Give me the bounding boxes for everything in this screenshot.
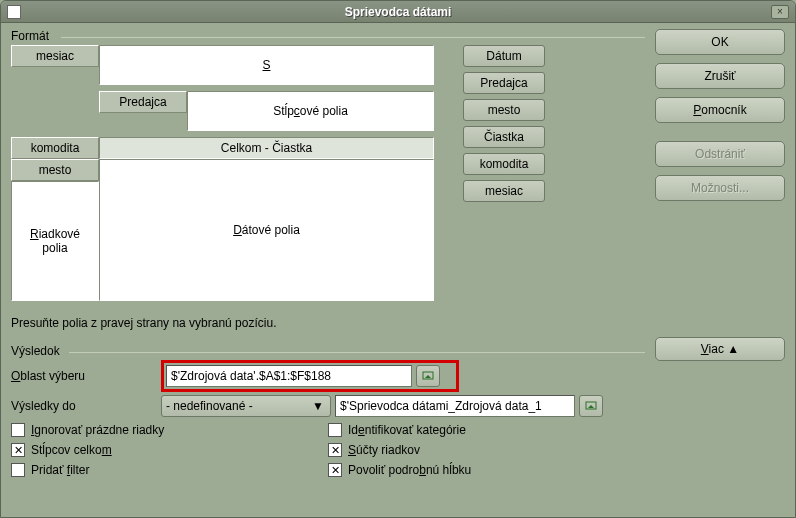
available-fields: Dátum Predajca mesto Čiastka komodita me… bbox=[463, 45, 545, 202]
checkbox-box bbox=[328, 423, 342, 437]
close-icon[interactable]: × bbox=[771, 5, 789, 19]
column-fields-drop[interactable]: Stĺpcové polia bbox=[187, 91, 434, 131]
check-right-2[interactable]: ✕Povoliť podrobnú hĺbku bbox=[328, 463, 645, 477]
results-to-input[interactable] bbox=[335, 395, 575, 417]
avail-field-mesto[interactable]: mesto bbox=[463, 99, 545, 121]
window-title: Sprievodca dátami bbox=[1, 5, 795, 19]
format-group: Formát mesiac S Predajca Stĺpcové polia … bbox=[11, 29, 645, 330]
drag-hint: Presuňte polia z pravej strany na vybran… bbox=[11, 316, 645, 330]
page-fields-drop[interactable]: S bbox=[99, 45, 434, 85]
result-legend: Výsledok bbox=[11, 344, 60, 358]
more-button[interactable]: Viac ▲ bbox=[655, 337, 785, 361]
check-right-1[interactable]: ✕Súčty riadkov bbox=[328, 443, 645, 457]
checkbox-label: Pridať filter bbox=[31, 463, 90, 477]
check-left-2[interactable]: Pridať filter bbox=[11, 463, 328, 477]
checkbox-box: ✕ bbox=[328, 463, 342, 477]
avail-field-datum[interactable]: Dátum bbox=[463, 45, 545, 67]
avail-field-komodita[interactable]: komodita bbox=[463, 153, 545, 175]
checkbox-label: Súčty riadkov bbox=[348, 443, 420, 457]
shrink-icon bbox=[584, 399, 598, 413]
titlebar: Sprievodca dátami × bbox=[1, 1, 795, 23]
results-to-combo-value: - nedefinované - bbox=[166, 399, 253, 413]
selection-area-highlight bbox=[161, 360, 459, 392]
row-fields-drop[interactable]: Riadkovépolia bbox=[11, 181, 99, 301]
result-group: Výsledok Oblast výberu Výsledky do bbox=[11, 344, 645, 477]
avail-field-ciastka[interactable]: Čiastka bbox=[463, 126, 545, 148]
help-button[interactable]: Pomocník bbox=[655, 97, 785, 123]
results-to-label: Výsledky do bbox=[11, 399, 161, 413]
options-button: Možnosti... bbox=[655, 175, 785, 201]
page-field-chip[interactable]: mesiac bbox=[11, 45, 99, 67]
checks-right-col: Identifikovať kategórie✕Súčty riadkov✕Po… bbox=[328, 423, 645, 477]
selection-area-input[interactable] bbox=[166, 365, 412, 387]
checkbox-box bbox=[11, 463, 25, 477]
shrink-results-button[interactable] bbox=[579, 395, 603, 417]
check-left-0[interactable]: Ignorovať prázdne riadky bbox=[11, 423, 328, 437]
checkbox-box: ✕ bbox=[11, 443, 25, 457]
check-right-0[interactable]: Identifikovať kategórie bbox=[328, 423, 645, 437]
checkbox-label: Povoliť podrobnú hĺbku bbox=[348, 463, 471, 477]
row-field-chip-1[interactable]: komodita bbox=[11, 137, 99, 159]
checkbox-label: Ignorovať prázdne riadky bbox=[31, 423, 164, 437]
column-field-chip[interactable]: Predajca bbox=[99, 91, 187, 113]
collapse-up-icon: ▲ bbox=[727, 342, 739, 356]
results-to-combo[interactable]: - nedefinované - ▼ bbox=[161, 395, 331, 417]
shrink-icon bbox=[421, 369, 435, 383]
format-legend: Formát bbox=[11, 29, 49, 43]
avail-field-mesiac[interactable]: mesiac bbox=[463, 180, 545, 202]
selection-area-label: Oblast výberu bbox=[11, 369, 161, 383]
check-left-1[interactable]: ✕Stĺpcov celkom bbox=[11, 443, 328, 457]
checks-left-col: Ignorovať prázdne riadky✕Stĺpcov celkomP… bbox=[11, 423, 328, 477]
checkbox-label: Stĺpcov celkom bbox=[31, 443, 112, 457]
chevron-down-icon: ▼ bbox=[310, 399, 326, 413]
remove-button: Odstrániť bbox=[655, 141, 785, 167]
shrink-selection-button[interactable] bbox=[416, 365, 440, 387]
checkbox-box bbox=[11, 423, 25, 437]
avail-field-predajca[interactable]: Predajca bbox=[463, 72, 545, 94]
row-field-chip-2[interactable]: mesto bbox=[11, 159, 99, 181]
checkbox-label: Identifikovať kategórie bbox=[348, 423, 466, 437]
checkbox-box: ✕ bbox=[328, 443, 342, 457]
data-summary-chip[interactable]: Celkom - Čiastka bbox=[99, 137, 434, 159]
ok-button[interactable]: OK bbox=[655, 29, 785, 55]
cancel-button[interactable]: Zrušiť bbox=[655, 63, 785, 89]
data-fields-drop[interactable]: Dátové polia bbox=[99, 159, 434, 301]
